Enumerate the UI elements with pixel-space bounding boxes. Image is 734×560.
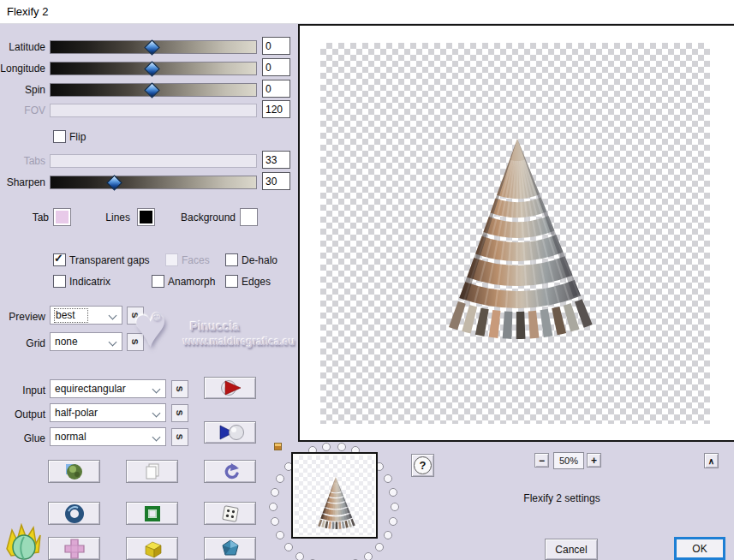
cancel-button[interactable]: Cancel xyxy=(545,539,598,560)
sharpen-slider-thumb[interactable] xyxy=(107,175,122,190)
faces-label: Faces xyxy=(182,254,210,266)
edges-checkbox[interactable] xyxy=(225,275,238,288)
fov-value-input[interactable] xyxy=(262,100,290,118)
sharpen-value-input[interactable] xyxy=(262,172,290,190)
bead xyxy=(389,517,397,526)
bead xyxy=(391,503,399,511)
longitude-row: Longitude xyxy=(0,60,295,79)
tabs-value-input[interactable] xyxy=(262,151,290,169)
input-shuffle-button[interactable]: s xyxy=(171,380,188,398)
bead xyxy=(271,488,279,497)
shuffle-icon: s xyxy=(172,433,188,439)
preview-shuffle-button[interactable]: s xyxy=(127,307,144,325)
watermark-smiley-icon: ☺ xyxy=(150,309,164,325)
preview-dropdown-label: Preview xyxy=(0,311,45,323)
grid-shuffle-button[interactable]: s xyxy=(127,333,144,351)
tab-color-swatch[interactable] xyxy=(53,208,71,226)
spin-value-input[interactable] xyxy=(262,80,290,98)
polyhedron-button[interactable] xyxy=(204,537,256,560)
longitude-slider[interactable] xyxy=(50,62,257,75)
apply-button[interactable] xyxy=(204,421,256,444)
background-color-swatch[interactable] xyxy=(240,208,258,226)
output-shuffle-button[interactable]: s xyxy=(171,404,188,422)
cross-net-icon xyxy=(63,538,86,560)
bead xyxy=(276,474,284,483)
output-dropdown[interactable]: half-polar xyxy=(50,403,166,422)
settings-label: Flexify 2 settings xyxy=(476,492,647,504)
indicatrix-checkbox[interactable] xyxy=(53,275,66,288)
spin-slider-thumb[interactable] xyxy=(144,82,159,98)
sharpen-label: Sharpen xyxy=(0,176,45,188)
longitude-value-input[interactable] xyxy=(262,58,290,76)
latitude-row: Latitude xyxy=(0,39,295,57)
globe-button[interactable] xyxy=(48,460,100,483)
anamorph-checkbox[interactable] xyxy=(152,275,164,288)
bead xyxy=(322,443,331,451)
glue-dropdown[interactable]: normal xyxy=(50,427,166,446)
anamorph-label: Anamorph xyxy=(168,276,215,288)
blue-polyhedron-icon xyxy=(219,538,242,560)
watermark-url: www.maldiregrafica.eu xyxy=(183,336,295,348)
grid-dropdown-label: Grid xyxy=(0,337,45,349)
faces-checkbox xyxy=(165,253,178,266)
ok-button[interactable]: OK xyxy=(674,537,725,560)
latitude-label: Latitude xyxy=(0,41,45,53)
flip-checkbox[interactable] xyxy=(53,130,66,143)
shuffle-icon: s xyxy=(172,385,188,391)
grid-dropdown[interactable]: none xyxy=(50,332,122,351)
dehalo-checkbox[interactable] xyxy=(225,253,238,266)
fov-label: FOV xyxy=(0,104,45,116)
bead xyxy=(364,552,373,560)
render-button[interactable] xyxy=(204,377,256,399)
preview-dropdown[interactable]: best xyxy=(50,306,122,325)
undo-button[interactable] xyxy=(204,460,256,483)
lines-color-swatch[interactable] xyxy=(137,208,155,226)
watermark-name: Pinuccia xyxy=(190,319,240,333)
transparent-gaps-checkbox[interactable]: ✓ xyxy=(53,253,66,266)
input-dropdown-value: equirectangular xyxy=(55,383,126,395)
glue-dropdown-label: Glue xyxy=(0,432,45,444)
fov-row: FOV xyxy=(0,102,295,121)
zoom-out-button[interactable]: − xyxy=(534,453,549,468)
glue-shuffle-button[interactable]: s xyxy=(171,428,188,446)
latitude-slider[interactable] xyxy=(50,40,257,54)
spin-slider[interactable] xyxy=(50,83,257,97)
spin-row: Spin xyxy=(0,81,295,100)
copy-pages-icon xyxy=(142,462,163,482)
help-button[interactable]: ? xyxy=(411,454,434,477)
blue-arrow-disc-icon xyxy=(212,422,249,443)
random-button[interactable] xyxy=(204,502,256,525)
shuffle-icon: s xyxy=(128,338,143,344)
bead xyxy=(295,552,304,560)
collapse-button[interactable]: ∧ xyxy=(704,453,719,468)
help-icon: ? xyxy=(414,456,432,474)
zoom-level: 50% xyxy=(553,452,584,469)
shuffle-icon: s xyxy=(172,409,188,415)
checkmark-icon: ✓ xyxy=(54,252,63,265)
bead xyxy=(384,474,392,483)
longitude-slider-thumb[interactable] xyxy=(144,61,159,76)
input-dropdown[interactable]: equirectangular xyxy=(50,379,166,398)
sharpen-slider[interactable] xyxy=(50,176,257,189)
glue-dropdown-value: normal xyxy=(55,431,87,443)
thumbnail-cone xyxy=(295,456,374,535)
globe-icon xyxy=(64,462,85,482)
chevron-down-icon xyxy=(109,338,117,347)
titlebar: Flexify 2 xyxy=(0,0,734,24)
copy-button[interactable] xyxy=(126,460,178,483)
preview-dropdown-value: best xyxy=(55,309,87,322)
background-swatch-label: Background xyxy=(180,211,236,223)
lines-swatch-label: Lines xyxy=(103,211,130,223)
torus-button[interactable] xyxy=(48,502,100,525)
box-button[interactable] xyxy=(126,537,178,560)
unfold-button[interactable] xyxy=(48,537,100,560)
frame-button[interactable] xyxy=(126,502,178,525)
torus-icon xyxy=(64,503,85,524)
latitude-slider-thumb[interactable] xyxy=(144,39,159,55)
preset-thumbnail[interactable] xyxy=(291,452,378,539)
grid-dropdown-value: none xyxy=(55,336,78,348)
zoom-in-button[interactable]: + xyxy=(587,453,601,468)
tulip-icon xyxy=(4,523,44,560)
latitude-value-input[interactable] xyxy=(262,37,290,55)
transparency-checkerboard xyxy=(320,43,710,424)
